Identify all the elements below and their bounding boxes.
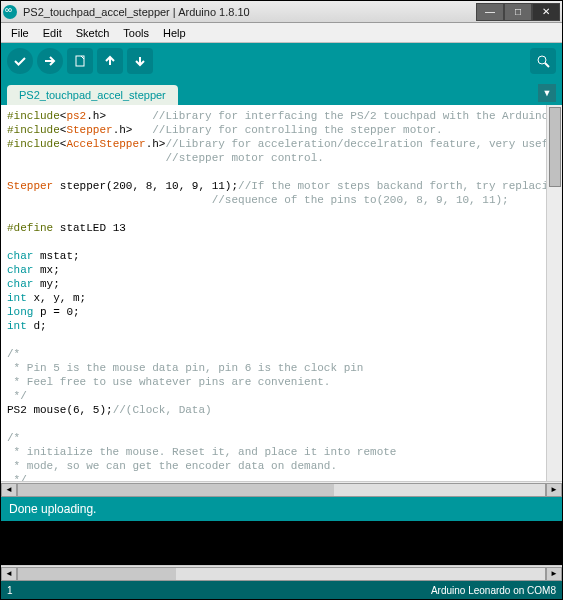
menu-file[interactable]: File <box>5 25 35 41</box>
console-scroll-right[interactable]: ► <box>546 567 562 581</box>
arrow-down-icon <box>133 54 147 68</box>
console-output[interactable] <box>1 521 562 565</box>
svg-point-1 <box>538 56 546 64</box>
scrollbar-thumb[interactable] <box>549 107 561 187</box>
menu-tools[interactable]: Tools <box>117 25 155 41</box>
status-bar: 1 Arduino Leonardo on COM8 <box>1 581 562 599</box>
window-controls: — □ ✕ <box>476 3 560 21</box>
code-editor[interactable]: #include<ps2.h> //Library for interfacin… <box>1 105 546 481</box>
tab-bar: PS2_touchpad_accel_stepper ▼ <box>1 79 562 105</box>
console-scrollbar[interactable]: ◄ ► <box>1 565 562 581</box>
serial-monitor-button[interactable] <box>530 48 556 74</box>
menubar: File Edit Sketch Tools Help <box>1 23 562 43</box>
menu-help[interactable]: Help <box>157 25 192 41</box>
console-scroll-thumb[interactable] <box>18 568 176 580</box>
menu-edit[interactable]: Edit <box>37 25 68 41</box>
magnifier-icon <box>536 54 550 68</box>
tab-menu-button[interactable]: ▼ <box>538 84 556 102</box>
app-window: PS2_touchpad_accel_stepper | Arduino 1.8… <box>0 0 563 600</box>
maximize-button[interactable]: □ <box>504 3 532 21</box>
vertical-scrollbar[interactable] <box>546 105 562 481</box>
toolbar <box>1 43 562 79</box>
open-sketch-button[interactable] <box>97 48 123 74</box>
arduino-app-icon <box>3 5 17 19</box>
new-sketch-button[interactable] <box>67 48 93 74</box>
menu-sketch[interactable]: Sketch <box>70 25 116 41</box>
titlebar: PS2_touchpad_accel_stepper | Arduino 1.8… <box>1 1 562 23</box>
upload-button[interactable] <box>37 48 63 74</box>
arrow-right-icon <box>43 54 57 68</box>
svg-rect-0 <box>76 56 84 66</box>
horizontal-scrollbar[interactable]: ◄ ► <box>1 481 562 497</box>
line-number: 1 <box>7 585 13 596</box>
scroll-track[interactable] <box>17 483 546 497</box>
scroll-left-button[interactable]: ◄ <box>1 483 17 497</box>
editor-area: #include<ps2.h> //Library for interfacin… <box>1 105 562 481</box>
verify-button[interactable] <box>7 48 33 74</box>
compile-status: Done uploading. <box>1 497 562 521</box>
arrow-up-icon <box>103 54 117 68</box>
scroll-thumb-h[interactable] <box>18 484 334 496</box>
board-port: Arduino Leonardo on COM8 <box>431 585 556 596</box>
close-button[interactable]: ✕ <box>532 3 560 21</box>
minimize-button[interactable]: — <box>476 3 504 21</box>
window-title: PS2_touchpad_accel_stepper | Arduino 1.8… <box>23 6 476 18</box>
status-message: Done uploading. <box>9 502 96 516</box>
save-sketch-button[interactable] <box>127 48 153 74</box>
new-file-icon <box>73 54 87 68</box>
check-icon <box>13 54 27 68</box>
scroll-right-button[interactable]: ► <box>546 483 562 497</box>
console-scroll-track[interactable] <box>17 567 546 581</box>
console-scroll-left[interactable]: ◄ <box>1 567 17 581</box>
sketch-tab[interactable]: PS2_touchpad_accel_stepper <box>7 85 178 105</box>
